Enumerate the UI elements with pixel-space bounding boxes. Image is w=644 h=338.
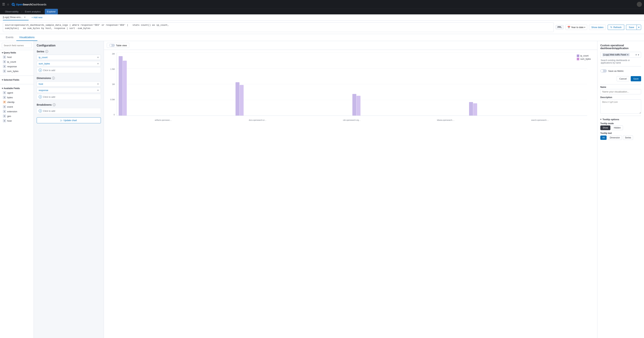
available-field-host[interactable]: t host (2, 118, 32, 123)
tooltip-text-all[interactable]: All (600, 136, 606, 140)
query-field-ip-count[interactable]: t ip_count (2, 59, 32, 64)
available-field-clientip[interactable]: IP clientip (2, 100, 32, 104)
save-button-group: Save ▾ (626, 25, 641, 30)
right-panel-title: Custom operational dashboards/applicatio… (600, 44, 641, 50)
breadcrumb: Observability / Event analytics / Explor… (0, 9, 644, 15)
save-action-button[interactable]: Save (631, 76, 641, 81)
available-field-geo[interactable]: t geo (2, 114, 32, 118)
tab-logs[interactable]: [Logs] Show erro... ✕ (3, 15, 28, 20)
breakdowns-click-to-add[interactable]: + Click to add (37, 108, 101, 114)
breakdowns-header: Breakdowns i (37, 103, 101, 106)
tab-logs-close[interactable]: ✕ (24, 16, 26, 19)
breakdowns-info-icon[interactable]: i (53, 103, 56, 106)
avatar[interactable] (637, 2, 642, 7)
chevron-down-icon: ▾ (2, 79, 3, 81)
tab-visualizations[interactable]: Visualizations (16, 34, 38, 41)
field-type-badge: t (3, 110, 6, 113)
tooltip-text-series[interactable]: Series (623, 136, 633, 140)
tab-add[interactable]: + Add new (28, 15, 45, 20)
query-bar: PPL 📅 Year to date ▾ Show dates ↻ Refres… (0, 21, 644, 34)
bar-group-0 (119, 56, 127, 116)
available-fields-header[interactable]: ▾ Available Fields (2, 87, 32, 90)
bar-ip-3[interactable] (469, 102, 473, 116)
plus-circle-icon: + (39, 109, 42, 113)
logo-open: Open (16, 3, 23, 6)
series-tag-ip-count[interactable]: ip_count ✕ (37, 55, 101, 60)
breakdowns-section: Breakdowns i + Click to add (37, 103, 101, 114)
field-type-badge: IP (3, 100, 6, 104)
series-click-to-add[interactable]: + Click to add (37, 67, 101, 73)
query-field-sum-bytes[interactable]: t sum_bytes (2, 69, 32, 74)
home-icon[interactable]: ⌂ (7, 3, 9, 6)
chevron-down-icon: ▾ (2, 52, 3, 54)
dimension-tag-close[interactable]: ✕ (97, 89, 99, 92)
save-caret-button[interactable]: ▾ (637, 25, 641, 30)
bar-bytes-3[interactable] (473, 103, 477, 116)
breadcrumb-item-event-analytics[interactable]: Event analytics (23, 9, 42, 15)
series-tag-close[interactable]: ✕ (97, 63, 99, 65)
available-field-bytes[interactable]: t bytes (2, 95, 32, 100)
tooltip-text-row: All Dimension Series (600, 136, 641, 140)
bar-ip-2[interactable] (352, 94, 356, 116)
tooltip-text-dimension[interactable]: Dimension (608, 136, 622, 140)
series-section: Series i ip_count ✕ sum_bytes ✕ + Click … (37, 50, 101, 73)
series-tag-close[interactable]: ✕ (97, 56, 99, 59)
calendar-button[interactable]: 📅 Year to date ▾ (566, 25, 587, 30)
tooltip-mode-hidden[interactable]: Hidden (612, 125, 623, 130)
ppl-badge[interactable]: PPL (556, 25, 564, 29)
available-fields-section: ▾ Available Fields t agent t bytes IP cl… (0, 86, 34, 124)
bar-bytes-0[interactable] (123, 61, 127, 116)
series-tag-sum-bytes[interactable]: sum_bytes ✕ (37, 61, 101, 66)
right-panel: Only Time Series visualization and a que… (597, 41, 644, 338)
query-input[interactable] (5, 24, 552, 31)
dimension-tag-host[interactable]: host ✕ (37, 81, 101, 87)
dimension-tag-response[interactable]: response ✕ (37, 88, 101, 93)
query-field-host[interactable]: t host (2, 55, 32, 59)
cancel-button[interactable]: Cancel (617, 76, 629, 81)
update-chart-button[interactable]: ▷ Update chart (37, 117, 101, 123)
left-sidebar: ▾ Query fields t host t ip_count t respo… (0, 41, 34, 338)
breadcrumb-item-explorer[interactable]: Explorer (45, 9, 58, 15)
view-tabs-bar: Events Visualizations (0, 34, 644, 41)
chevron-down-icon[interactable]: ▾ (638, 54, 639, 56)
selected-fields-header[interactable]: ▾ Selected Fields (2, 79, 32, 81)
description-textarea[interactable] (600, 99, 641, 114)
query-input-wrap[interactable] (3, 22, 554, 32)
breadcrumb-item-observability[interactable]: Observability (3, 9, 21, 15)
logo: Open Search Dashboards (11, 2, 46, 6)
menu-icon[interactable]: ☰ (2, 2, 5, 6)
name-input[interactable] (600, 89, 641, 94)
tag-close-icon[interactable]: ✕ (627, 54, 628, 56)
available-field-event[interactable]: t event (2, 104, 32, 109)
available-field-extension[interactable]: t extension (2, 109, 32, 114)
save-as-metric-toggle[interactable] (600, 69, 607, 73)
query-fields-header[interactable]: ▾ Query fields (2, 52, 32, 54)
field-type-badge: t (3, 65, 6, 68)
search-input[interactable] (2, 43, 32, 48)
save-main-button[interactable]: Save (626, 25, 637, 30)
dimension-tag-close[interactable]: ✕ (97, 83, 99, 85)
bar-ip-0[interactable] (119, 56, 122, 116)
tooltip-mode-show[interactable]: Show (600, 125, 610, 130)
dashboard-select[interactable]: [Logs] Web traffic Panel ✕ ✕ ▾ (600, 52, 641, 58)
bar-ip-1[interactable] (236, 82, 240, 116)
dimensions-click-to-add[interactable]: + Click to add (37, 94, 101, 100)
clear-icon[interactable]: ✕ (635, 54, 637, 56)
tooltip-options-header[interactable]: ▾ Tooltip options (600, 118, 641, 121)
sidebar-divider-2 (0, 84, 34, 84)
tab-events[interactable]: Events (3, 34, 16, 41)
table-view-toggle[interactable]: Table view (107, 43, 129, 48)
toggle-switch[interactable] (109, 44, 115, 47)
bar-bytes-2[interactable] (356, 96, 360, 116)
y-axis: 2M 1.5M 1M 0.5M 0 (107, 53, 116, 121)
available-field-agent[interactable]: t agent (2, 90, 32, 95)
sidebar-divider (0, 76, 34, 76)
query-field-response[interactable]: t response (2, 64, 32, 69)
refresh-button[interactable]: ↻ Refresh (608, 25, 624, 30)
sidebar-search-wrap (0, 41, 34, 50)
bar-bytes-1[interactable] (240, 85, 244, 116)
field-type-badge: t (3, 115, 6, 118)
dimensions-info-icon[interactable]: i (52, 77, 55, 80)
series-info-icon[interactable]: i (45, 50, 48, 53)
show-dates-button[interactable]: Show dates (589, 25, 606, 30)
